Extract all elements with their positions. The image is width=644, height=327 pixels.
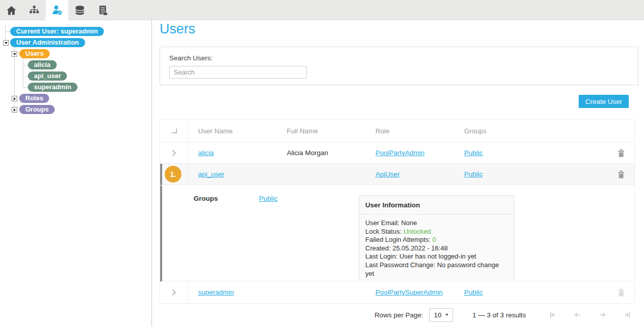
user-information-panel: User Information User Email: None Lock S… (359, 195, 514, 284)
table-row-alicia: alicia Alicia Morgan PoolPartyAdmin Publ… (160, 142, 634, 164)
detail-groups-link[interactable]: Public (259, 195, 278, 202)
full-name-cell: Alicia Morgan (277, 149, 365, 157)
selected-row-bar (160, 186, 162, 281)
tree-node-roles[interactable]: Roles (19, 94, 49, 103)
info-line-last-login: Last Login: User has not logged-in yet (365, 252, 508, 261)
expand-toggle-roles[interactable] (12, 96, 17, 101)
role-link[interactable]: PoolPartySuperAdmin (375, 288, 443, 296)
rows-per-page-value: 10 (434, 311, 441, 319)
caret-down-icon (13, 53, 16, 55)
tree-guide-line (23, 65, 28, 65)
next-page-icon[interactable] (597, 310, 608, 320)
last-page-icon[interactable] (622, 310, 633, 320)
table-row-superadmin: superadmin PoolPartySuperAdmin Public (160, 281, 634, 304)
detail-groups-label: Groups (194, 195, 218, 202)
expand-row-icon[interactable] (170, 150, 177, 157)
user-name-link[interactable]: alicia (198, 149, 214, 157)
home-icon (6, 5, 17, 16)
caret-down-icon (5, 42, 8, 44)
table-row-api-user: 1. api_user ApiUser Public (160, 164, 634, 185)
user-name-link[interactable]: superadmin (198, 288, 234, 296)
status-value: 0 (432, 236, 436, 243)
caret-right-icon (14, 108, 16, 112)
table-footer: Rows per Page: 10 1 — 3 of 3 results (160, 304, 635, 326)
status-value: Unlocked (403, 228, 431, 235)
tree-node-users[interactable]: Users (19, 49, 50, 58)
info-line-lock-status: Lock Status: Unlocked (365, 228, 508, 236)
tree-guide-line (23, 57, 23, 87)
expand-row-icon[interactable] (170, 289, 177, 296)
tree-node-groups[interactable]: Groups (19, 105, 55, 114)
annotation-step-marker: 1. (165, 166, 181, 183)
tab-home[interactable] (0, 0, 23, 20)
user-admin-icon (51, 4, 63, 16)
tree-guide-line (23, 87, 28, 88)
tree-node-superadmin[interactable]: superadmin (28, 83, 78, 92)
users-table: User Name Full Name Role Groups alicia A… (160, 119, 635, 304)
tree-node-api-user[interactable]: api_user (28, 71, 67, 81)
server-backup-icon (97, 5, 108, 16)
delete-user-icon[interactable] (618, 149, 625, 157)
info-line-last-password-change: Last Password Change: No password change… (365, 261, 508, 278)
caret-down-icon (445, 314, 448, 316)
main-content: Users Search Users: Create User User Nam… (152, 20, 644, 326)
tab-user-administration[interactable] (46, 0, 68, 20)
collapse-all-icon[interactable] (171, 128, 177, 134)
expanded-user-detail: Groups Public User Information User Emai… (160, 185, 634, 281)
first-page-icon[interactable] (547, 310, 558, 320)
delete-user-icon[interactable] (618, 170, 625, 178)
tree-guide-line (6, 31, 10, 32)
user-name-link[interactable]: api_user (198, 170, 224, 178)
groups-link[interactable]: Public (464, 170, 483, 178)
sitemap-icon (28, 5, 40, 16)
search-label: Search Users: (169, 54, 629, 62)
tab-sitemap[interactable] (23, 0, 46, 20)
top-toolbar (0, 0, 644, 20)
navigation-tree: Current User: superadmin User Administra… (0, 20, 152, 326)
user-information-title: User Information (359, 196, 514, 214)
previous-page-icon[interactable] (572, 310, 583, 320)
expand-toggle-user-administration[interactable] (3, 40, 9, 46)
delete-user-icon-disabled (618, 288, 625, 297)
create-user-button[interactable]: Create User (579, 95, 629, 108)
info-line-created: Created: 25.05.2022 - 16:48 (365, 244, 508, 253)
role-link[interactable]: PoolPartyAdmin (375, 149, 425, 157)
expand-toggle-users[interactable] (12, 51, 17, 57)
search-input[interactable] (169, 66, 307, 79)
rows-per-page-select[interactable]: 10 (429, 308, 453, 322)
caret-right-icon (14, 97, 16, 100)
tree-guide-line (23, 76, 28, 77)
groups-link[interactable]: Public (464, 149, 483, 157)
search-panel: Search Users: (160, 47, 638, 85)
database-icon (74, 5, 86, 16)
tree-node-current-user[interactable]: Current User: superadmin (10, 27, 104, 36)
info-line-failed-attempts: Failed Login Attempts: 0 (365, 236, 508, 244)
info-line-email: User Email: None (365, 219, 508, 228)
rows-per-page-label: Rows per Page: (374, 311, 423, 319)
column-header-role: Role (365, 127, 454, 135)
column-header-groups: Groups (454, 127, 608, 135)
tree-node-user-administration[interactable]: User Administration (10, 38, 85, 47)
page-title: Users (160, 21, 196, 37)
results-count: 1 — 3 of 3 results (472, 311, 526, 319)
expand-toggle-groups[interactable] (12, 107, 17, 113)
column-header-user-name: User Name (188, 127, 277, 135)
role-link[interactable]: ApiUser (375, 170, 400, 178)
table-header-row: User Name Full Name Role Groups (160, 120, 634, 142)
tab-server-backup[interactable] (91, 0, 114, 20)
tab-database[interactable] (68, 0, 91, 20)
groups-link[interactable]: Public (464, 288, 483, 296)
tree-node-alicia[interactable]: alicia (28, 60, 57, 69)
selected-row-bar (160, 164, 162, 185)
pagination-controls (547, 310, 635, 320)
column-header-full-name: Full Name (277, 127, 365, 135)
